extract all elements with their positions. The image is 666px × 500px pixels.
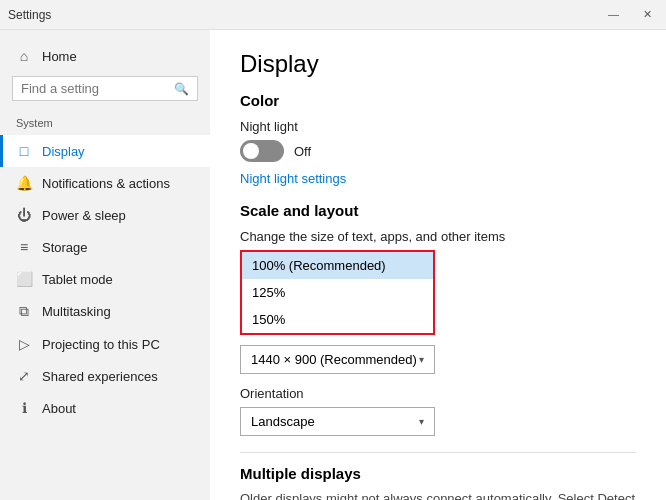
sidebar-item-label: Power & sleep bbox=[42, 208, 126, 223]
sidebar-item-label: About bbox=[42, 401, 76, 416]
search-input[interactable] bbox=[21, 81, 170, 96]
sidebar-item-notifications[interactable]: 🔔 Notifications & actions bbox=[0, 167, 210, 199]
settings-window: Settings — ✕ ⌂ Home 🔍 System □ Display bbox=[0, 0, 666, 500]
window-controls: — ✕ bbox=[602, 6, 658, 23]
sidebar-item-label: Shared experiences bbox=[42, 369, 158, 384]
night-light-toggle[interactable] bbox=[240, 140, 284, 162]
sidebar-item-multitasking[interactable]: ⧉ Multitasking bbox=[0, 295, 210, 328]
sidebar-section-title: System bbox=[0, 113, 210, 135]
color-section-title: Color bbox=[240, 92, 636, 109]
sidebar-item-label: Tablet mode bbox=[42, 272, 113, 287]
sidebar-item-label: Notifications & actions bbox=[42, 176, 170, 191]
tablet-icon: ⬜ bbox=[16, 271, 32, 287]
toggle-knob bbox=[243, 143, 259, 159]
main-panel: Display Color Night light Off Night ligh… bbox=[210, 30, 666, 500]
orientation-label: Orientation bbox=[240, 386, 636, 401]
divider bbox=[240, 452, 636, 453]
sidebar-item-about[interactable]: ℹ About bbox=[0, 392, 210, 424]
sidebar-item-label: Home bbox=[42, 49, 77, 64]
orientation-dropdown[interactable]: Landscape ▾ bbox=[240, 407, 435, 436]
chevron-down-icon: ▾ bbox=[419, 354, 424, 365]
minimize-button[interactable]: — bbox=[602, 6, 625, 23]
scale-section-title: Scale and layout bbox=[240, 202, 636, 219]
scale-section: Change the size of text, apps, and other… bbox=[240, 229, 636, 436]
close-button[interactable]: ✕ bbox=[637, 6, 658, 23]
scale-option-150[interactable]: 150% bbox=[242, 306, 433, 333]
sidebar-item-power[interactable]: ⏻ Power & sleep bbox=[0, 199, 210, 231]
shared-icon: ⤢ bbox=[16, 368, 32, 384]
scale-option-125[interactable]: 125% bbox=[242, 279, 433, 306]
sidebar-item-label: Storage bbox=[42, 240, 88, 255]
content-area: ⌂ Home 🔍 System □ Display 🔔 Notification… bbox=[0, 30, 666, 500]
night-light-settings-link[interactable]: Night light settings bbox=[240, 171, 346, 186]
sidebar-item-home[interactable]: ⌂ Home bbox=[0, 40, 210, 72]
orientation-value: Landscape bbox=[251, 414, 315, 429]
sidebar-item-storage[interactable]: ≡ Storage bbox=[0, 231, 210, 263]
multiple-displays-desc: Older displays might not always connect … bbox=[240, 490, 636, 500]
sidebar-item-label: Projecting to this PC bbox=[42, 337, 160, 352]
home-icon: ⌂ bbox=[16, 48, 32, 64]
sidebar-item-tablet[interactable]: ⬜ Tablet mode bbox=[0, 263, 210, 295]
display-icon: □ bbox=[16, 143, 32, 159]
chevron-down-icon: ▾ bbox=[419, 416, 424, 427]
storage-icon: ≡ bbox=[16, 239, 32, 255]
sidebar-item-projecting[interactable]: ▷ Projecting to this PC bbox=[0, 328, 210, 360]
sidebar-item-label: Multitasking bbox=[42, 304, 111, 319]
sidebar: ⌂ Home 🔍 System □ Display 🔔 Notification… bbox=[0, 30, 210, 500]
scale-dropdown-list[interactable]: 100% (Recommended) 125% 150% bbox=[240, 250, 435, 335]
night-light-label: Night light bbox=[240, 119, 636, 134]
night-light-state: Off bbox=[294, 144, 311, 159]
power-icon: ⏻ bbox=[16, 207, 32, 223]
multitasking-icon: ⧉ bbox=[16, 303, 32, 320]
resolution-value: 1440 × 900 (Recommended) bbox=[251, 352, 417, 367]
sidebar-item-shared[interactable]: ⤢ Shared experiences bbox=[0, 360, 210, 392]
search-icon: 🔍 bbox=[174, 82, 189, 96]
night-light-toggle-row: Off bbox=[240, 140, 636, 162]
projecting-icon: ▷ bbox=[16, 336, 32, 352]
scale-desc: Change the size of text, apps, and other… bbox=[240, 229, 636, 244]
sidebar-item-label: Display bbox=[42, 144, 85, 159]
window-title: Settings bbox=[8, 8, 51, 22]
about-icon: ℹ bbox=[16, 400, 32, 416]
resolution-dropdown[interactable]: 1440 × 900 (Recommended) ▾ bbox=[240, 345, 435, 374]
scale-option-100[interactable]: 100% (Recommended) bbox=[242, 252, 433, 279]
sidebar-item-display[interactable]: □ Display bbox=[0, 135, 210, 167]
titlebar: Settings — ✕ bbox=[0, 0, 666, 30]
sidebar-search-box[interactable]: 🔍 bbox=[12, 76, 198, 101]
multiple-displays-title: Multiple displays bbox=[240, 465, 636, 482]
page-title: Display bbox=[240, 50, 636, 78]
notifications-icon: 🔔 bbox=[16, 175, 32, 191]
